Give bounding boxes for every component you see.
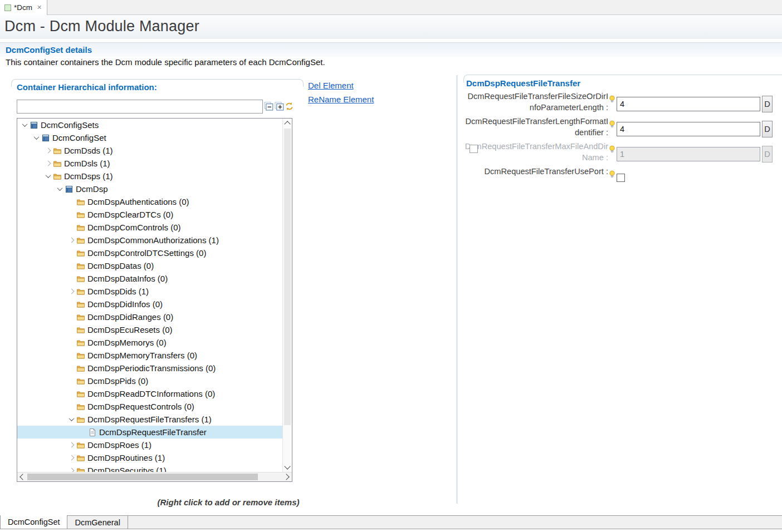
chevron-right-icon[interactable] — [66, 454, 76, 462]
field-input[interactable] — [617, 97, 760, 111]
tree-item-label: DcmDspPids (0) — [87, 376, 148, 386]
tree-filter-input[interactable] — [17, 100, 263, 114]
value-checkbox[interactable] — [617, 174, 625, 182]
folder-icon — [76, 262, 85, 270]
tree-item[interactable]: DcmDspEcuResets (0) — [17, 323, 282, 336]
field-input[interactable] — [617, 122, 760, 136]
chevron-down-icon[interactable] — [43, 172, 53, 181]
chevron-down-icon[interactable] — [66, 415, 76, 424]
tree-item[interactable]: DcmDspRequestFileTransfers (1) — [17, 413, 282, 426]
page-title: Dcm - Dcm Module Manager — [0, 15, 782, 35]
tree-item-label: DcmConfigSet — [52, 133, 106, 142]
tree-item[interactable]: DcmDspRequestFileTransfer — [17, 426, 282, 439]
bottom-tab-dcmgeneral[interactable]: DcmGeneral — [67, 516, 128, 529]
tree-item[interactable]: DcmDspReadDTCInformations (0) — [17, 387, 282, 400]
tree-item[interactable]: DcmDspDataInfos (0) — [17, 272, 282, 285]
tree-item[interactable]: DcmDspPids (0) — [17, 375, 282, 387]
tree-item-label: DcmDspClearDTCs (0) — [87, 210, 173, 219]
tree-item[interactable]: DcmDspControlDTCSettings (0) — [17, 247, 282, 259]
no-expander — [66, 249, 76, 258]
chevron-down-icon[interactable] — [19, 121, 30, 130]
chevron-right-icon[interactable] — [43, 159, 53, 168]
tree-item[interactable]: DcmDsp — [17, 183, 282, 195]
chevron-right-icon[interactable] — [66, 466, 76, 472]
no-expander — [66, 300, 76, 309]
scroll-left-icon[interactable] — [19, 474, 26, 480]
field-label: DcmRequestFileTransferFileSizeOrDirInfoP… — [463, 91, 608, 113]
details-description: This container containers the Dcm module… — [6, 57, 325, 67]
folder-icon — [76, 313, 85, 322]
editor-tab-label: *Dcm — [14, 3, 32, 12]
tree-item[interactable]: DcmDspCommonAuthorizations (1) — [17, 234, 282, 247]
scroll-right-icon[interactable] — [283, 474, 289, 480]
tree-item[interactable]: DcmDsls (1) — [17, 157, 282, 170]
scroll-down-icon[interactable] — [284, 463, 290, 469]
chevron-right-icon[interactable] — [66, 287, 76, 296]
tree-vertical-scrollbar[interactable] — [282, 119, 292, 472]
tree-item[interactable]: DcmDspAuthentications (0) — [17, 195, 282, 208]
folder-icon — [76, 300, 85, 309]
tree-item[interactable]: DcmDspDids (1) — [17, 285, 282, 298]
horizontal-scroll-thumb[interactable] — [27, 474, 258, 480]
refresh-icon[interactable] — [285, 102, 295, 111]
chevron-right-icon[interactable] — [43, 146, 53, 155]
rename-element-link[interactable]: ReName Element — [308, 95, 374, 104]
vertical-scroll-thumb[interactable] — [284, 129, 291, 425]
bottom-tab-dcmconfigset[interactable]: DcmConfigSet — [0, 515, 67, 529]
tree-item[interactable]: DcmDspMemoryTransfers (0) — [17, 349, 282, 362]
editor-tab-dcm[interactable]: *Dcm ✕ — [0, 0, 47, 15]
tree-item[interactable]: DcmConfigSets — [17, 119, 282, 131]
container-icon — [41, 134, 50, 142]
field-label: DcmRequestFileTransferMaxFileAndDirName … — [463, 141, 608, 163]
tree-item-label: DcmDsls (1) — [64, 159, 110, 168]
expand-all-icon[interactable] — [275, 102, 285, 111]
tab-close-icon[interactable]: ✕ — [37, 4, 42, 11]
tree-item[interactable]: DcmDspDidInfos (0) — [17, 298, 282, 311]
folder-icon — [76, 287, 85, 296]
collapse-all-icon[interactable] — [264, 102, 274, 111]
tree-item[interactable]: DcmDsds (1) — [17, 144, 282, 157]
scroll-up-icon[interactable] — [284, 121, 290, 127]
tree-item[interactable]: DcmDspRoes (1) — [17, 439, 282, 451]
chevron-down-icon[interactable] — [31, 134, 41, 142]
default-value-button: D — [762, 146, 773, 162]
enable-checkbox[interactable] — [470, 145, 478, 153]
chevron-down-icon[interactable] — [55, 185, 65, 194]
folder-icon — [76, 466, 85, 472]
field-input — [617, 147, 760, 161]
tree-item[interactable]: DcmDspMemorys (0) — [17, 336, 282, 349]
lightbulb-icon — [609, 170, 616, 180]
container-icon — [65, 185, 74, 194]
tree-horizontal-scrollbar[interactable] — [17, 472, 292, 481]
field-label: DcmRequestFileTransferUsePort : — [463, 166, 608, 177]
no-expander — [66, 402, 76, 411]
tree-item[interactable]: DcmDspRequestControls (0) — [17, 400, 282, 413]
no-expander — [66, 351, 76, 360]
tree-item[interactable]: DcmDspDatas (0) — [17, 259, 282, 272]
tree-item[interactable]: DcmDspSecuritys (1) — [17, 464, 282, 472]
chevron-right-icon[interactable] — [66, 236, 76, 245]
folder-icon — [76, 364, 85, 373]
tree-item[interactable]: DcmDspComControls (0) — [17, 221, 282, 234]
lightbulb-icon — [609, 120, 616, 130]
tree-item-label: DcmDsps (1) — [64, 171, 113, 181]
tree-item-label: DcmDspAuthentications (0) — [87, 197, 189, 206]
title-band: Dcm - Dcm Module Manager — [0, 15, 782, 39]
tree-item[interactable]: DcmDspDidRanges (0) — [17, 311, 282, 323]
editor-file-icon — [4, 4, 11, 11]
tree-item[interactable]: DcmConfigSet — [17, 131, 282, 144]
bottom-tab-strip: DcmConfigSetDcmGeneral — [0, 515, 782, 529]
tree-item-label: DcmDspRequestControls (0) — [87, 402, 194, 411]
tree-item[interactable]: DcmDspPeriodicTransmissions (0) — [17, 362, 282, 375]
chevron-right-icon[interactable] — [66, 441, 76, 450]
field-row: DcmRequestFileTransferMaxFileAndDirName … — [463, 141, 776, 166]
tree-item-label: DcmDspRoes (1) — [87, 440, 151, 450]
default-value-button[interactable]: D — [762, 121, 773, 137]
tree-item[interactable]: DcmDspClearDTCs (0) — [17, 208, 282, 221]
tree-item[interactable]: DcmDsps (1) — [17, 170, 282, 183]
folder-icon — [76, 377, 85, 386]
left-panel-title: Container Hierarchical information: — [17, 82, 157, 92]
tree-item[interactable]: DcmDspRoutines (1) — [17, 451, 282, 464]
default-value-button[interactable]: D — [762, 96, 773, 112]
delete-element-link[interactable]: Del Element — [308, 81, 354, 90]
